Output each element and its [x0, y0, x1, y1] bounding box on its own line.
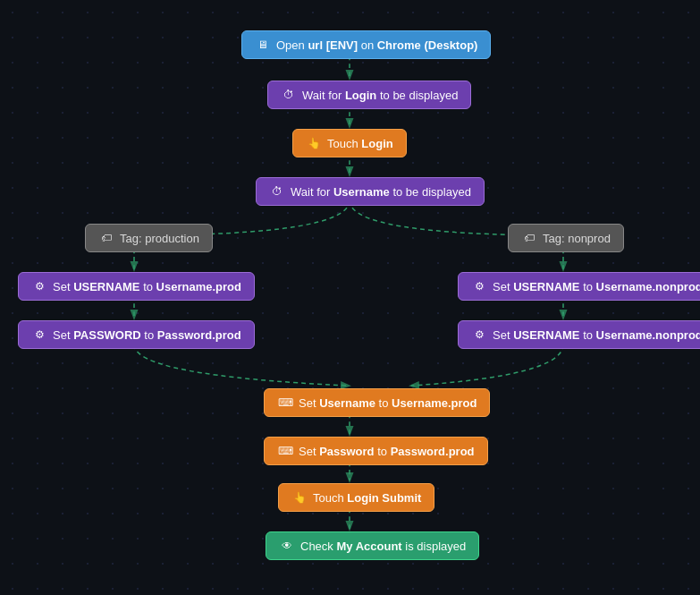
node-set-username-center-text: Set Username to Username.prod — [299, 396, 477, 410]
flow-diagram: 🖥 Open url [ENV] on Chrome (Desktop) ⏱ W… — [0, 0, 700, 595]
node-touch-login-submit-text: Touch Login Submit — [313, 491, 421, 505]
node-set-username-center[interactable]: ⌨ Set Username to Username.prod — [264, 388, 490, 417]
node-open-url[interactable]: 🖥 Open url [ENV] on Chrome (Desktop) — [241, 30, 491, 59]
node-check-my-account-text: Check My Account is displayed — [300, 540, 466, 553]
node-touch-login-text: Touch Login — [327, 137, 393, 150]
node-tag-production[interactable]: 🏷 Tag: production — [85, 224, 213, 252]
node-set-password-center[interactable]: ⌨ Set Password to Password.prod — [264, 437, 488, 465]
node-wait-login[interactable]: ⏱ Wait for Login to be displayed — [267, 81, 471, 109]
node-tag-production-text: Tag: production — [120, 232, 199, 245]
touch-icon-2: 👆 — [291, 489, 308, 506]
keyboard-icon: ⌨ — [277, 395, 293, 411]
node-wait-username-text: Wait for Username to be displayed — [291, 185, 471, 199]
node-set-username-nonprod2-text: Set USERNAME to Username.nonprod — [493, 328, 700, 342]
node-set-password-prod[interactable]: ⚙ Set PASSWORD to Password.prod — [18, 320, 255, 349]
eye-icon: 👁 — [279, 538, 295, 554]
node-wait-username[interactable]: ⏱ Wait for Username to be displayed — [256, 177, 485, 206]
touch-icon: 👆 — [306, 135, 322, 151]
node-open-url-text: Open url [ENV] on Chrome (Desktop) — [276, 38, 477, 52]
set-icon-4: ⚙ — [471, 327, 487, 343]
timer-icon: ⏱ — [281, 87, 297, 103]
node-set-username-prod[interactable]: ⚙ Set USERNAME to Username.prod — [18, 272, 255, 301]
node-touch-login[interactable]: 👆 Touch Login — [292, 129, 407, 157]
node-set-password-center-text: Set Password to Password.prod — [299, 445, 475, 458]
node-touch-login-submit[interactable]: 👆 Touch Login Submit — [278, 483, 434, 512]
set-icon-2: ⚙ — [31, 327, 47, 343]
node-set-username-nonprod-text: Set USERNAME to Username.nonprod — [493, 280, 700, 293]
node-set-username-nonprod[interactable]: ⚙ Set USERNAME to Username.nonprod — [458, 272, 700, 301]
set-icon: ⚙ — [31, 278, 47, 294]
keyboard-icon-2: ⌨ — [277, 443, 293, 459]
tag-icon: 🏷 — [98, 230, 114, 246]
timer-icon-2: ⏱ — [269, 183, 285, 200]
node-check-my-account[interactable]: 👁 Check My Account is displayed — [266, 531, 479, 560]
node-set-username-nonprod2[interactable]: ⚙ Set USERNAME to Username.nonprod — [458, 320, 700, 349]
set-icon-3: ⚙ — [471, 278, 487, 294]
node-set-password-prod-text: Set PASSWORD to Password.prod — [53, 328, 241, 342]
tag-icon-2: 🏷 — [521, 230, 537, 246]
node-wait-login-text: Wait for Login to be displayed — [302, 89, 458, 102]
node-tag-nonprod-text: Tag: nonprod — [543, 232, 611, 245]
node-set-username-prod-text: Set USERNAME to Username.prod — [53, 280, 241, 293]
browser-icon: 🖥 — [255, 37, 271, 53]
node-tag-nonprod[interactable]: 🏷 Tag: nonprod — [508, 224, 624, 252]
